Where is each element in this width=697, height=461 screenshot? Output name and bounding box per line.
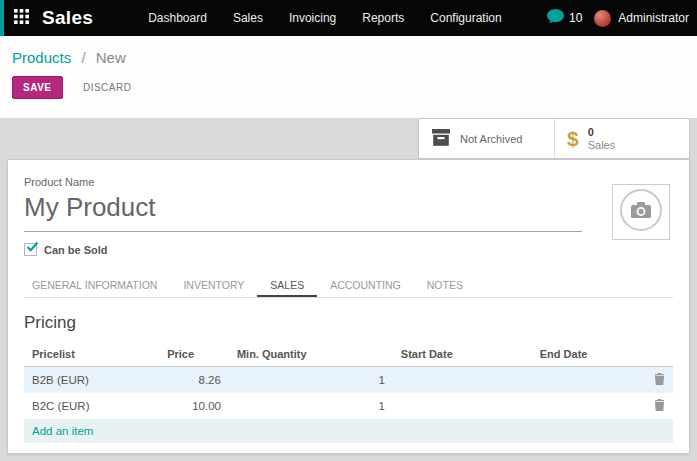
user-avatar[interactable] (594, 10, 611, 27)
notebook-tabs: GENERAL INFORMATION INVENTORY SALES ACCO… (24, 272, 673, 298)
tab-sales[interactable]: SALES (257, 272, 317, 297)
archive-box-icon (431, 129, 451, 149)
add-item-row[interactable]: Add an item (24, 419, 673, 443)
navbar-right: 10 Administrator (547, 9, 697, 28)
menu-item-configuration[interactable]: Configuration (417, 0, 514, 36)
main-content: Not Archived $ 0 Sales Product Name (0, 118, 697, 461)
sheet-header: Not Archived $ 0 Sales (7, 118, 690, 159)
cell-pricelist[interactable]: B2C (EUR) (24, 393, 159, 419)
cell-price[interactable]: 10.00 (159, 393, 229, 419)
messages-count: 10 (569, 11, 582, 25)
cell-end-date[interactable] (532, 367, 646, 394)
cell-price[interactable]: 8.26 (159, 367, 229, 394)
menu-item-reports[interactable]: Reports (349, 0, 417, 36)
action-buttons: SAVE DISCARD (12, 76, 697, 99)
product-name-input[interactable] (24, 189, 582, 232)
trash-icon (654, 401, 665, 413)
dollar-icon: $ (567, 127, 579, 151)
chat-bubble-icon (547, 9, 564, 28)
menu-item-invoicing[interactable]: Invoicing (276, 0, 349, 36)
product-name-label: Product Name (24, 176, 673, 188)
messages-button[interactable]: 10 (547, 9, 582, 28)
top-navbar: Sales Dashboard Sales Invoicing Reports … (0, 0, 697, 36)
can-be-sold-checkbox[interactable] (24, 243, 37, 256)
main-menu: Dashboard Sales Invoicing Reports Config… (135, 0, 515, 36)
pricing-table: Pricelist Price Min. Quantity Start Date… (24, 343, 673, 443)
delete-row-button[interactable] (646, 367, 673, 394)
form-sheet: Product Name Can be Sold (7, 159, 690, 454)
add-item-link[interactable]: Add an item (24, 419, 673, 443)
camera-icon (618, 187, 664, 237)
column-header-start-date: Start Date (393, 343, 532, 367)
product-image-placeholder[interactable] (612, 184, 670, 240)
cell-start-date[interactable] (393, 367, 532, 394)
control-panel: Products / New SAVE DISCARD (0, 36, 697, 118)
cell-min-quantity[interactable]: 1 (229, 367, 393, 394)
sales-smart-button[interactable]: $ 0 Sales (554, 119, 689, 158)
cell-pricelist[interactable]: B2B (EUR) (24, 367, 159, 394)
archive-toggle-button[interactable]: Not Archived (419, 119, 554, 158)
grid-icon (14, 9, 29, 28)
sales-label: Sales (588, 139, 616, 152)
column-header-pricelist: Pricelist (24, 343, 159, 367)
column-header-end-date: End Date (532, 343, 646, 367)
pricing-row-b2b[interactable]: B2B (EUR) 8.26 1 (24, 367, 673, 394)
checkmark-icon (26, 241, 39, 253)
discard-button[interactable]: DISCARD (73, 76, 142, 99)
can-be-sold-field: Can be Sold (24, 243, 673, 256)
pricing-section-title: Pricing (24, 313, 673, 333)
tab-accounting[interactable]: ACCOUNTING (317, 272, 414, 297)
can-be-sold-label: Can be Sold (44, 244, 108, 256)
column-header-delete (646, 343, 673, 367)
delete-row-button[interactable] (646, 393, 673, 419)
tab-general-information[interactable]: GENERAL INFORMATION (24, 272, 170, 297)
pricing-row-b2c[interactable]: B2C (EUR) 10.00 1 (24, 393, 673, 419)
save-button[interactable]: SAVE (12, 76, 63, 99)
breadcrumb-separator: / (81, 49, 85, 66)
app-title: Sales (42, 7, 93, 29)
menu-item-dashboard[interactable]: Dashboard (135, 0, 220, 36)
breadcrumb: Products / New (12, 49, 697, 66)
column-header-price: Price (159, 343, 229, 367)
stat-button-box: Not Archived $ 0 Sales (418, 118, 690, 159)
cell-end-date[interactable] (532, 393, 646, 419)
sales-count: 0 (588, 126, 616, 139)
trash-icon (654, 375, 665, 387)
tab-inventory[interactable]: INVENTORY (170, 272, 257, 297)
pricing-header-row: Pricelist Price Min. Quantity Start Date… (24, 343, 673, 367)
navbar-accent-strip (0, 0, 4, 36)
breadcrumb-current: New (96, 49, 126, 66)
user-name[interactable]: Administrator (618, 11, 689, 25)
breadcrumb-products-link[interactable]: Products (12, 49, 71, 66)
menu-item-sales[interactable]: Sales (220, 0, 276, 36)
sales-stat: 0 Sales (588, 126, 616, 152)
tab-notes[interactable]: NOTES (414, 272, 476, 297)
cell-start-date[interactable] (393, 393, 532, 419)
cell-min-quantity[interactable]: 1 (229, 393, 393, 419)
archive-label: Not Archived (460, 133, 522, 145)
column-header-min-quantity: Min. Quantity (229, 343, 393, 367)
apps-menu-button[interactable] (14, 9, 29, 28)
